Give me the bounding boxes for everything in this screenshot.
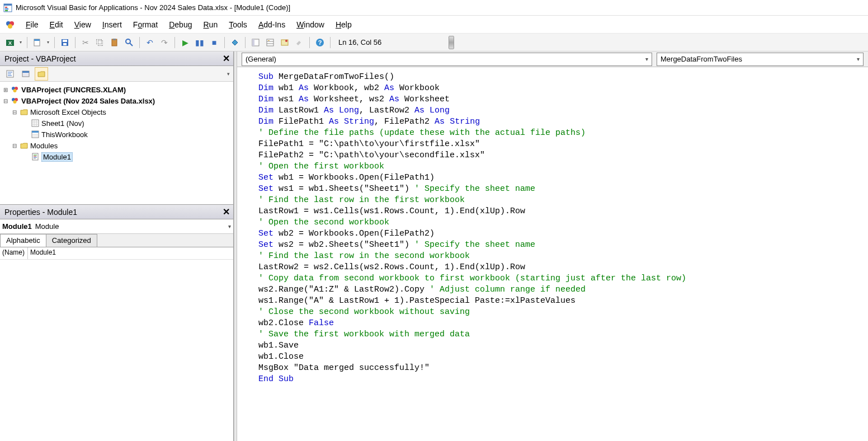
folder-icon bbox=[20, 141, 29, 150]
toolbar-separator bbox=[245, 37, 246, 48]
design-mode-button[interactable] bbox=[228, 36, 242, 49]
properties-object-selector[interactable]: Module1 Module ▾ bbox=[0, 219, 233, 234]
menu-run[interactable]: Run bbox=[197, 18, 223, 31]
toolbar-separator bbox=[174, 37, 175, 48]
menu-format[interactable]: Format bbox=[128, 18, 163, 31]
properties-object-type: Module bbox=[35, 222, 59, 231]
folder-icon bbox=[20, 107, 29, 116]
svg-rect-1 bbox=[4, 4, 12, 6]
toggle-folders-button[interactable] bbox=[35, 67, 48, 81]
workbook-icon bbox=[31, 130, 40, 139]
save-button[interactable] bbox=[58, 36, 72, 49]
svg-rect-16 bbox=[113, 39, 116, 40]
cut-button[interactable]: ✂ bbox=[79, 36, 92, 49]
properties-window-button[interactable] bbox=[263, 36, 277, 49]
run-button[interactable]: ▶ bbox=[178, 36, 192, 49]
svg-rect-41 bbox=[32, 120, 39, 126]
redo-button[interactable]: ↷ bbox=[158, 36, 171, 49]
project-explorer-button[interactable] bbox=[249, 36, 262, 49]
menu-addins[interactable]: Add-Ins bbox=[253, 18, 291, 31]
insert-module-dropdown[interactable]: ▾ bbox=[45, 36, 51, 49]
chevron-down-icon[interactable]: ▾ bbox=[228, 223, 231, 229]
copy-button[interactable]: ⿻ bbox=[93, 36, 107, 49]
paste-button[interactable] bbox=[108, 36, 121, 49]
properties-grid[interactable]: (Name) Module1 bbox=[0, 247, 233, 441]
code-header: (General) ▾ MergeDataFromTwoFiles ▾ bbox=[237, 51, 868, 67]
tree-project-funcres[interactable]: ⊞ VBAProject (FUNCRES.XLAM) bbox=[0, 84, 233, 95]
svg-rect-34 bbox=[22, 71, 29, 73]
toolbox-button[interactable] bbox=[293, 36, 306, 49]
break-button[interactable]: ▮▮ bbox=[193, 36, 206, 49]
code-pane: (General) ▾ MergeDataFromTwoFiles ▾ Sub … bbox=[237, 51, 868, 441]
svg-rect-50 bbox=[32, 153, 38, 160]
properties-panel: Module1 Module ▾ Alphabetic Categorized … bbox=[0, 219, 233, 441]
chevron-down-icon: ▾ bbox=[857, 56, 860, 62]
view-excel-dropdown[interactable]: ▾ bbox=[18, 36, 23, 49]
svg-point-7 bbox=[8, 24, 12, 29]
insert-module-button[interactable] bbox=[31, 36, 44, 49]
menu-insert[interactable]: Insert bbox=[97, 18, 128, 31]
svg-rect-4 bbox=[5, 10, 8, 11]
tree-folder-excel-objects[interactable]: ⊟ Microsoft Excel Objects bbox=[0, 106, 233, 118]
svg-rect-47 bbox=[32, 131, 39, 133]
property-name-value[interactable]: Module1 bbox=[28, 247, 233, 259]
expand-icon[interactable]: ⊞ bbox=[2, 87, 9, 93]
toolbar-separator bbox=[224, 37, 225, 48]
collapse-icon[interactable]: ⊟ bbox=[2, 98, 9, 104]
menu-file[interactable]: File bbox=[20, 18, 44, 31]
menubar: File Edit View Insert Format Debug Run T… bbox=[0, 16, 868, 34]
svg-rect-13 bbox=[63, 40, 67, 42]
reset-button[interactable]: ■ bbox=[207, 36, 221, 49]
svg-point-26 bbox=[285, 40, 287, 42]
vba-project-icon bbox=[11, 85, 20, 94]
find-button[interactable] bbox=[122, 36, 136, 49]
object-dropdown[interactable]: (General) ▾ bbox=[242, 53, 652, 66]
menu-help[interactable]: Help bbox=[330, 18, 357, 31]
window-title: Microsoft Visual Basic for Applications … bbox=[16, 3, 290, 12]
menu-view[interactable]: View bbox=[69, 18, 97, 31]
object-browser-button[interactable] bbox=[278, 36, 291, 49]
tree-label: ThisWorkbook bbox=[41, 130, 88, 139]
procedure-dropdown[interactable]: MergeDataFromTwoFiles ▾ bbox=[657, 53, 864, 66]
code-editor[interactable]: Sub MergeDataFromTwoFiles() Dim wb1 As W… bbox=[237, 67, 868, 441]
project-tree[interactable]: ⊞ VBAProject (FUNCRES.XLAM) ⊟ VBAProject… bbox=[0, 82, 233, 205]
toolbar-separator bbox=[27, 37, 27, 48]
svg-rect-24 bbox=[268, 40, 270, 41]
tab-alphabetic[interactable]: Alphabetic bbox=[0, 234, 46, 247]
undo-button[interactable]: ↶ bbox=[143, 36, 157, 49]
menu-window[interactable]: Window bbox=[291, 18, 330, 31]
properties-panel-close-button[interactable]: ✕ bbox=[221, 207, 231, 217]
menu-edit[interactable]: Edit bbox=[44, 18, 69, 31]
property-name-label: (Name) bbox=[0, 247, 28, 259]
menu-debug[interactable]: Debug bbox=[163, 18, 197, 31]
tree-sheet1[interactable]: Sheet1 (Nov) bbox=[0, 118, 233, 129]
project-panel-close-button[interactable]: ✕ bbox=[221, 54, 231, 64]
svg-point-40 bbox=[13, 100, 17, 104]
view-code-button[interactable] bbox=[3, 67, 17, 81]
tree-label: Modules bbox=[30, 142, 58, 150]
procedure-dropdown-value: MergeDataFromTwoFiles bbox=[661, 55, 742, 63]
tree-module1[interactable]: Module1 bbox=[0, 151, 233, 162]
toolbar-grip[interactable] bbox=[449, 36, 454, 49]
project-toolbar: ▾ bbox=[0, 66, 233, 82]
toolbar-separator bbox=[309, 37, 310, 48]
help-button[interactable]: ? bbox=[313, 36, 327, 49]
project-toolbar-dropdown[interactable]: ▾ bbox=[224, 69, 232, 79]
tab-categorized[interactable]: Categorized bbox=[46, 234, 97, 247]
property-row-name[interactable]: (Name) Module1 bbox=[0, 247, 233, 260]
left-column: Project - VBAProject ✕ ▾ ⊞ VBAProject (F… bbox=[0, 51, 234, 441]
svg-rect-2 bbox=[5, 7, 7, 8]
view-excel-button[interactable]: X bbox=[3, 36, 17, 49]
tree-thisworkbook[interactable]: ThisWorkbook bbox=[0, 129, 233, 140]
svg-text:X: X bbox=[8, 40, 12, 46]
properties-panel-title: Properties - Module1 bbox=[4, 208, 77, 217]
view-object-button[interactable] bbox=[19, 67, 32, 81]
toolbar-separator bbox=[75, 37, 76, 48]
svg-rect-11 bbox=[34, 39, 40, 41]
tree-folder-modules[interactable]: ⊟ Modules bbox=[0, 140, 233, 151]
tree-project-nov2024[interactable]: ⊟ VBAProject (Nov 2024 Sales Data.xlsx) bbox=[0, 95, 233, 106]
menu-tools[interactable]: Tools bbox=[223, 18, 253, 31]
object-dropdown-value: (General) bbox=[246, 55, 276, 63]
collapse-icon[interactable]: ⊟ bbox=[11, 109, 18, 115]
collapse-icon[interactable]: ⊟ bbox=[11, 143, 18, 149]
